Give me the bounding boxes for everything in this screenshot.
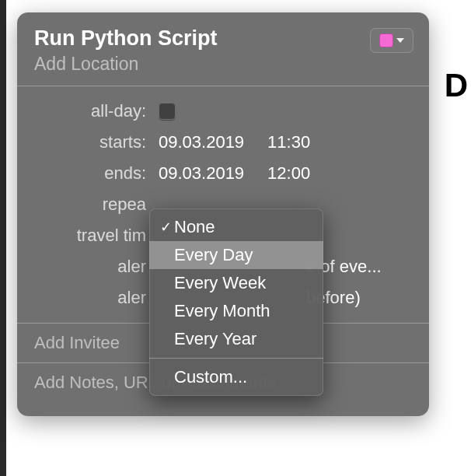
menu-item-every-month[interactable]: Every Month — [149, 297, 323, 325]
alert2-label: aler — [34, 288, 159, 308]
menu-item-label: Every Month — [174, 301, 270, 321]
left-app-strip — [0, 0, 6, 476]
ends-label: ends: — [34, 163, 159, 184]
popover-header: Run Python Script Add Location — [17, 12, 429, 86]
menu-separator — [149, 358, 323, 359]
ends-date[interactable]: 09.03.2019 — [159, 163, 244, 184]
menu-item-label: Every Week — [174, 273, 266, 293]
calendar-color-picker[interactable] — [370, 28, 413, 53]
menu-item-none[interactable]: ✓ None — [149, 213, 323, 241]
starts-time[interactable]: 11:30 — [267, 132, 310, 152]
menu-item-label: Every Day — [174, 245, 253, 265]
stray-letter: D — [445, 67, 468, 104]
row-starts: starts: 09.03.2019 11:30 — [34, 127, 412, 158]
checkmark-icon: ✓ — [157, 219, 174, 236]
menu-item-custom[interactable]: Custom... — [149, 363, 323, 391]
menu-item-label: Every Year — [174, 329, 256, 349]
ends-time[interactable]: 12:00 — [267, 163, 310, 184]
event-title[interactable]: Run Python Script — [34, 26, 412, 51]
starts-date[interactable]: 09.03.2019 — [159, 132, 244, 152]
alert1-label: aler — [34, 257, 159, 277]
menu-item-label: Custom... — [174, 367, 247, 387]
color-swatch-icon — [379, 33, 393, 47]
backdrop: D Run Python Script Add Location all-day… — [0, 0, 471, 476]
repeat-label: repea — [34, 194, 159, 215]
allday-checkbox[interactable] — [159, 103, 176, 120]
starts-label: starts: — [34, 132, 159, 152]
repeat-dropdown-menu: ✓ None Every Day Every Week Every Month … — [149, 208, 323, 396]
row-allday: all-day: — [34, 96, 412, 127]
location-field[interactable]: Add Location — [34, 54, 412, 75]
allday-label: all-day: — [34, 101, 159, 121]
menu-item-every-week[interactable]: Every Week — [149, 269, 323, 297]
row-ends: ends: 09.03.2019 12:00 — [34, 158, 412, 189]
travel-label: travel tim — [34, 226, 159, 246]
menu-item-label: None — [174, 217, 215, 237]
chevron-down-icon — [396, 38, 404, 43]
menu-item-every-year[interactable]: Every Year — [149, 325, 323, 353]
menu-item-every-day[interactable]: Every Day — [149, 241, 323, 269]
